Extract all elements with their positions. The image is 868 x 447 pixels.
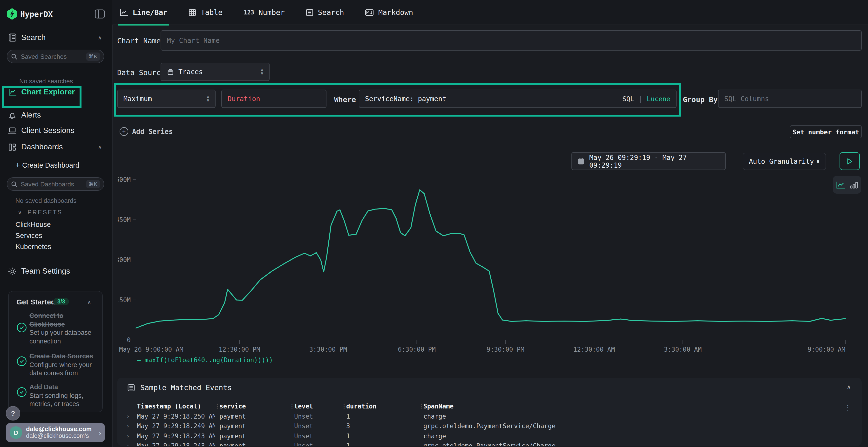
expand-row-icon[interactable]: › <box>126 443 137 446</box>
cell-spanname: grpc.oteldemo.PaymentService/Charge <box>424 423 862 430</box>
chart-name-placeholder: My Chart Name <box>167 37 220 44</box>
column-resize-handle[interactable]: ⋮ <box>418 403 424 409</box>
column-header[interactable]: SpanName <box>424 403 862 410</box>
tab-number[interactable]: 123 Number <box>244 0 285 25</box>
cell-level: Unset <box>294 413 341 420</box>
collapse-panel-icon[interactable]: ∧ <box>846 383 851 391</box>
date-range-input[interactable]: May 26 09:29:19 - May 27 09:29:19 <box>571 152 726 170</box>
sidebar-item-chart-explorer[interactable]: Chart Explorer <box>0 84 112 100</box>
cell-level: Unset <box>294 423 341 430</box>
x-tick-label: 3:30:00 AM <box>664 346 702 353</box>
cell-duration: 3 <box>346 423 418 430</box>
sidebar-item-alerts[interactable]: Alerts <box>0 107 112 123</box>
column-resize-handle[interactable]: ⋮ <box>341 403 346 409</box>
column-header[interactable]: service <box>219 403 289 410</box>
column-header[interactable]: Timestamp (Local) <box>137 403 215 410</box>
set-number-format-button[interactable]: Set number format <box>790 125 862 138</box>
sidebar-item-team-settings[interactable]: Team Settings <box>0 264 112 278</box>
cell-duration: 1 <box>346 413 418 420</box>
chart-line-icon <box>8 88 17 97</box>
saved-dashboards-placeholder: Saved Dashboards <box>21 180 83 187</box>
expand-row-icon[interactable]: › <box>126 423 137 429</box>
shortcut-badge: ⌘K <box>86 180 100 188</box>
get-started-item[interactable]: Connect to ClickHouse Set up your databa… <box>17 312 95 345</box>
get-started-item-desc: Set up your database connection <box>29 329 95 345</box>
legend-swatch: — <box>137 356 141 364</box>
event-row[interactable]: › May 27 9:29:18.250 AM payment Unset 1 … <box>117 411 862 421</box>
get-started-item[interactable]: Add Data Start sending logs, metrics, or… <box>17 383 95 408</box>
journal-icon <box>8 33 17 42</box>
events-panel-header[interactable]: Sample Matched Events <box>127 383 232 392</box>
run-query-button[interactable] <box>840 152 860 170</box>
add-series-button[interactable]: + Add Series <box>120 126 173 137</box>
granularity-value: Auto Granularity <box>749 158 814 165</box>
chevron-up-icon[interactable]: ∧ <box>98 34 102 41</box>
get-started-card: Get Started 3/3 ∧ Connect to ClickHouse … <box>8 291 103 412</box>
data-source-select[interactable]: Traces ∧∨ <box>161 63 270 81</box>
where-query-input[interactable]: ServiceName: payment SQL | Lucene <box>359 90 677 108</box>
get-started-title: Get Started <box>17 298 56 306</box>
tab-line-bar[interactable]: Line/Bar <box>120 0 167 25</box>
sidebar-item-label: Chart Explorer <box>21 88 75 96</box>
toggle-divider: | <box>639 95 642 103</box>
expand-row-icon[interactable]: › <box>126 433 137 439</box>
chevron-up-icon[interactable]: ∧ <box>87 299 91 305</box>
dashboards-icon <box>8 142 17 151</box>
chevron-right-icon: › <box>99 428 101 437</box>
field-input[interactable]: Duration <box>221 90 327 108</box>
kebab-menu-icon[interactable]: ⋮ <box>844 404 851 411</box>
field-value: Duration <box>227 95 260 103</box>
sidebar-item-client-sessions[interactable]: Client Sessions <box>0 122 112 139</box>
expand-row-icon[interactable]: › <box>126 413 137 419</box>
events-table: Timestamp (Local) ⋮ service ⋮ level ⋮ du… <box>117 401 862 446</box>
lucene-language-toggle[interactable]: Lucene <box>647 95 670 103</box>
tab-search[interactable]: Search <box>306 0 344 25</box>
app-window: HyperDX Search ∧ Saved Searches <box>0 0 868 447</box>
plus-circle-icon: + <box>120 127 128 136</box>
tab-label: Search <box>318 8 344 16</box>
check-circle-icon <box>17 322 27 333</box>
chart-line-icon <box>120 8 128 16</box>
column-resize-handle[interactable]: ⋮ <box>215 403 219 409</box>
preset-item-kubernetes[interactable]: Kubernetes <box>16 243 51 250</box>
chart-name-input[interactable]: My Chart Name <box>161 30 862 50</box>
list-icon <box>306 8 314 16</box>
event-row[interactable]: › May 27 9:29:18.249 AM payment Unset 3 … <box>117 421 862 431</box>
timeseries-chart[interactable]: 0150M300M450M600MMay 26 9:00:00 AM12:30:… <box>118 173 856 361</box>
events-panel-title: Sample Matched Events <box>140 383 232 392</box>
help-button[interactable]: ? <box>6 406 20 420</box>
user-menu[interactable]: D dale@clickhouse.com dale@clickhouse.co… <box>6 423 105 442</box>
granularity-select[interactable]: Auto Granularity ∨ <box>743 153 826 170</box>
chevron-up-icon[interactable]: ∧ <box>98 144 102 150</box>
create-dashboard-button[interactable]: + Create Dashboard <box>0 158 112 172</box>
calendar-icon <box>578 158 585 165</box>
group-by-input[interactable]: SQL Columns <box>718 90 862 108</box>
collapse-sidebar-icon[interactable] <box>94 9 105 19</box>
user-email: dale@clickhouse.com <box>26 425 95 433</box>
tab-markdown[interactable]: Markdown <box>365 0 413 25</box>
get-started-item-desc: Start sending logs, metrics, or traces <box>29 391 95 408</box>
aggregation-select[interactable]: Maximum ∧∨ <box>117 90 216 108</box>
divider <box>117 59 862 59</box>
saved-dashboards-input[interactable]: Saved Dashboards ⌘K <box>7 177 104 191</box>
event-row[interactable]: › May 27 9:29:18.243 AM payment Unset 1 … <box>117 431 862 441</box>
column-header[interactable]: duration <box>346 403 418 410</box>
get-started-item[interactable]: Create Data Sources Configure where your… <box>17 352 95 377</box>
column-resize-handle[interactable]: ⋮ <box>289 403 294 409</box>
saved-searches-input[interactable]: Saved Searches ⌘K <box>7 49 104 63</box>
group-by-placeholder: SQL Columns <box>724 95 769 103</box>
sidebar-section-search[interactable]: Search ∧ <box>0 30 112 45</box>
preset-item-services[interactable]: Services <box>16 232 42 239</box>
sql-language-toggle[interactable]: SQL <box>622 95 634 103</box>
x-tick-label: 3:30:00 PM <box>309 346 347 353</box>
x-tick-label: May 26 9:00:00 AM <box>119 346 183 353</box>
tab-table[interactable]: Table <box>189 0 222 25</box>
preset-item-clickhouse[interactable]: ClickHouse <box>16 220 51 228</box>
tab-label: Table <box>201 8 222 16</box>
sidebar-item-dashboards[interactable]: Dashboards∧ <box>0 139 112 155</box>
create-dashboard-label: Create Dashboard <box>22 161 79 169</box>
sample-matched-events-panel: Sample Matched Events ∧ ⋮ Timestamp (Loc… <box>117 378 862 446</box>
event-row[interactable]: › May 27 9:29:18.243 AM payment Unset 1 … <box>117 441 862 446</box>
column-header[interactable]: level <box>294 403 341 410</box>
presets-group-toggle[interactable]: ∨ PRESETS <box>18 209 62 216</box>
